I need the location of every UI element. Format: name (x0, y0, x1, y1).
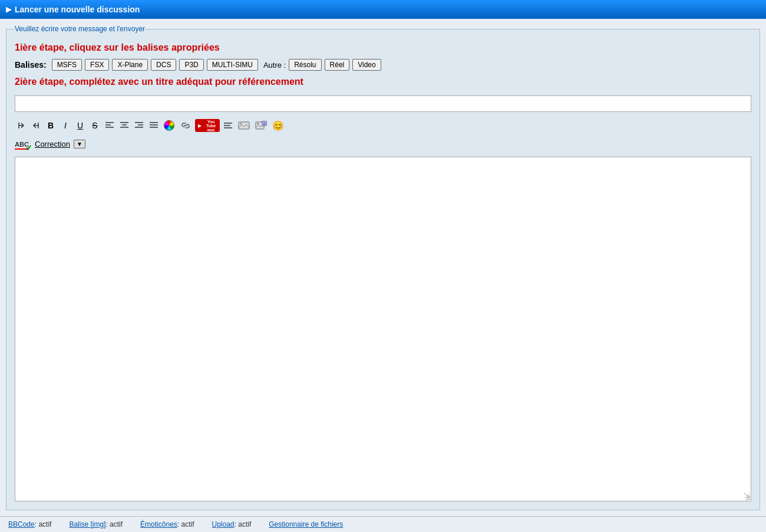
extra-align-icon (223, 121, 233, 130)
badges-row: Balises: MSFS FSX X-Plane DCS P3D MULTI-… (15, 59, 751, 71)
align-justify-icon (149, 121, 159, 130)
title-bar: ▶ Lancer une nouvelle discussion (0, 0, 766, 19)
toolbar: B I U S (15, 119, 751, 132)
indent-out-icon (16, 121, 26, 130)
emoticones-status-text: actif (181, 520, 194, 528)
align-justify-button[interactable] (147, 119, 160, 132)
balise-img-status: Balise [img]: actif (69, 520, 123, 528)
emoticones-status: Émoticônes: actif (140, 520, 194, 528)
color-picker-button[interactable] (162, 119, 176, 132)
bbcode-status: BBCode: actif (8, 520, 51, 528)
bbcode-status-text: actif (38, 520, 51, 528)
youtube-icon: YouTubeWIDE (195, 119, 220, 132)
badge-reel[interactable]: Réel (325, 59, 350, 71)
title-bar-arrow: ▶ (6, 5, 11, 14)
window-title: Lancer une nouvelle discussion (15, 5, 140, 14)
main-window: ▶ Lancer une nouvelle discussion Veuille… (0, 0, 766, 532)
indent-in-button[interactable] (29, 119, 42, 132)
badge-dcs[interactable]: DCS (151, 59, 176, 71)
badge-p3d[interactable]: P3D (179, 59, 203, 71)
correction-link[interactable]: Correction (35, 140, 70, 148)
emoticones-link[interactable]: Émoticônes (140, 520, 177, 528)
content-area: Veuillez écrire votre message et l'envoy… (0, 19, 766, 516)
upload-status-text: actif (238, 520, 251, 528)
svg-point-21 (240, 123, 242, 125)
badge-xplane[interactable]: X-Plane (112, 59, 148, 71)
indent-out-button[interactable] (15, 119, 28, 132)
image-file-icon (255, 121, 267, 130)
link-button[interactable] (178, 119, 193, 132)
gestionnaire-item: Gestionnaire de fichiers (269, 520, 343, 528)
spellcheck-icon: ABC ✔ (15, 138, 31, 150)
upload-status: Upload: actif (212, 520, 252, 528)
underline-button[interactable]: U (74, 119, 87, 132)
step2-label: 2ière étape, complétez avec un titre adé… (15, 77, 751, 87)
image-file-button[interactable] (253, 119, 269, 132)
badge-fsx[interactable]: FSX (85, 59, 109, 71)
badges-label: Balises: (15, 60, 47, 70)
color-circle-icon (164, 120, 174, 131)
footer-bar: BBCode: actif Balise [img]: actif Émotic… (0, 516, 766, 532)
italic-button[interactable]: I (59, 119, 72, 132)
balise-img-status-text: actif (110, 520, 123, 528)
align-center-icon (120, 121, 129, 130)
upload-link[interactable]: Upload (212, 520, 235, 528)
message-textarea-container: ⇲ (15, 157, 751, 501)
youtube-button[interactable]: YouTubeWIDE (195, 119, 220, 132)
balise-img-link[interactable]: Balise [img] (69, 520, 105, 528)
indent-in-icon (31, 121, 41, 130)
align-right-icon (134, 121, 144, 130)
strikethrough-button[interactable]: S (88, 119, 101, 132)
align-left-button[interactable] (103, 119, 116, 132)
checkmark-icon: ✔ (25, 144, 32, 152)
title-input[interactable] (15, 95, 751, 112)
align-right-button[interactable] (133, 119, 146, 132)
bbcode-link[interactable]: BBCode (8, 520, 35, 528)
message-textarea[interactable] (15, 157, 751, 501)
link-icon (180, 121, 192, 130)
svg-point-26 (257, 123, 259, 125)
extra-align-button[interactable] (222, 119, 235, 132)
badge-msfs[interactable]: MSFS (52, 59, 82, 71)
align-center-button[interactable] (118, 119, 131, 132)
image-online-button[interactable] (236, 119, 252, 132)
smiley-button[interactable]: 😊 (270, 119, 286, 132)
badge-video[interactable]: Video (352, 59, 381, 71)
spellcheck-row: ABC ✔ Correction ▼ (15, 138, 751, 150)
panel-legend: Veuillez écrire votre message et l'envoy… (15, 25, 145, 33)
resize-handle-icon: ⇲ (744, 491, 750, 500)
badge-multisimu[interactable]: MULTI-SIMU (207, 59, 258, 71)
form-panel: Veuillez écrire votre message et l'envoy… (6, 25, 760, 510)
gestionnaire-link[interactable]: Gestionnaire de fichiers (269, 520, 343, 528)
spellcheck-dropdown[interactable]: ▼ (74, 140, 85, 148)
align-left-icon (105, 121, 114, 130)
autre-label: Autre : (263, 61, 286, 70)
image-online-icon (238, 121, 250, 130)
bold-button[interactable]: B (44, 119, 57, 132)
step1-label: 1ière étape, cliquez sur les balises apr… (15, 42, 751, 53)
badge-resolu[interactable]: Résolu (289, 59, 321, 71)
